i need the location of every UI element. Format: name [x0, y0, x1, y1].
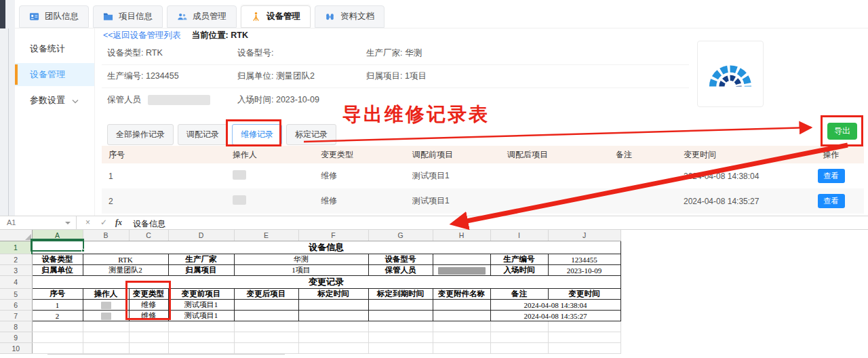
sheet-cell[interactable] [32, 332, 83, 343]
sheet-cell[interactable] [234, 300, 298, 311]
sheet-cell[interactable]: RTK [83, 254, 168, 265]
sheet-cell[interactable] [129, 321, 168, 332]
tab-allocation-records[interactable]: 调配记录 [178, 124, 228, 145]
sheet-cell[interactable]: 2024-04-08 14:38:04 [490, 300, 620, 311]
sheet-cell[interactable]: 变更时间 [548, 289, 620, 300]
sheet-title-device-info[interactable]: 设备信息 [32, 241, 620, 254]
sheet-cell[interactable] [433, 321, 490, 332]
fx-icon[interactable]: fx [115, 218, 122, 228]
sheet-cell[interactable] [368, 332, 433, 343]
sheet-cell[interactable]: 归属项目 [168, 265, 234, 276]
sheet-cell[interactable]: 1项目 [234, 265, 368, 276]
row-header-8[interactable]: 8 [0, 321, 32, 332]
tab-calibration-records[interactable]: 标定记录 [286, 124, 336, 145]
formula-value[interactable]: 设备信息 [133, 218, 165, 230]
sheet-cell[interactable] [548, 332, 620, 343]
sheet-cell[interactable] [298, 343, 368, 354]
col-header-c[interactable]: C [129, 230, 168, 241]
sheet-cell[interactable] [298, 332, 368, 343]
sheet-cell[interactable] [168, 343, 234, 354]
sheet-cell[interactable] [83, 343, 129, 354]
sheet-cell[interactable]: 维修 [129, 311, 168, 321]
cancel-icon[interactable]: × [85, 218, 90, 227]
sheet-cell[interactable] [129, 343, 168, 354]
sidebar-item-device-management[interactable]: 设备管理 [15, 63, 94, 86]
sheet-cell[interactable] [234, 321, 298, 332]
sheet-cell[interactable] [433, 311, 490, 321]
sheet-title-change-records[interactable]: 变更记录 [32, 276, 620, 289]
sheet-cell[interactable] [368, 311, 433, 321]
sheet-cell[interactable]: 1234455 [548, 254, 620, 265]
sheet-cell-redacted[interactable] [83, 300, 129, 311]
sheet-cell[interactable] [234, 343, 298, 354]
sheet-cell[interactable]: 归属单位 [32, 265, 83, 276]
sheet-cell[interactable] [433, 332, 490, 343]
row-header-10[interactable]: 10 [0, 343, 32, 354]
sheet-cell[interactable]: 测试项目1 [168, 311, 234, 321]
sheet-cell[interactable] [298, 311, 368, 321]
sheet-cell[interactable] [83, 321, 129, 332]
sheet-cell[interactable] [433, 254, 490, 265]
col-header-b[interactable]: B [83, 230, 129, 241]
sheet-cell[interactable]: 标定时间 [298, 289, 368, 300]
sheet-cell[interactable]: 1 [32, 300, 83, 311]
sheet-cell[interactable] [490, 321, 548, 332]
sheet-cell-redacted[interactable] [83, 311, 129, 321]
view-button[interactable]: 查看 [818, 194, 845, 208]
sheet-cell[interactable] [368, 321, 433, 332]
sheet-cell[interactable] [168, 321, 234, 332]
sheet-cell[interactable] [548, 321, 620, 332]
sheet-cell[interactable]: 生产厂家 [168, 254, 234, 265]
row-header-3[interactable]: 3 [0, 265, 32, 276]
sheet-cell[interactable]: 保管人员 [368, 265, 433, 276]
row-header-5[interactable]: 5 [0, 289, 32, 300]
col-header-f[interactable]: F [298, 230, 368, 241]
sheet-cell[interactable] [129, 332, 168, 343]
row-header-9[interactable]: 9 [0, 332, 32, 343]
col-header-a[interactable]: A [32, 230, 83, 241]
view-button[interactable]: 查看 [818, 169, 845, 183]
tab-team-info[interactable]: 团队信息 [19, 5, 89, 28]
sheet-cell[interactable] [368, 300, 433, 311]
tab-maintenance-records[interactable]: 维修记录 [232, 124, 282, 145]
sheet-cell[interactable]: 设备类型 [32, 254, 83, 265]
col-header-i[interactable]: I [490, 230, 548, 241]
tab-device-management[interactable]: 设备管理 [241, 5, 311, 28]
sheet-cell[interactable]: 操作人 [83, 289, 129, 300]
row-header-6[interactable]: 6 [0, 300, 32, 311]
sheet-cell[interactable]: 2023-10-09 [548, 265, 620, 276]
sheet-cell[interactable]: 变更后项目 [234, 289, 298, 300]
row-header-4[interactable]: 4 [0, 276, 32, 289]
row-header-7[interactable]: 7 [0, 311, 32, 321]
sheet-cell[interactable] [433, 300, 490, 311]
sheet-cell[interactable] [490, 332, 548, 343]
col-header-j[interactable]: J [548, 230, 620, 241]
sheet-cell[interactable]: 变更前项目 [168, 289, 234, 300]
sheet-cell[interactable] [433, 343, 490, 354]
sheet-cell[interactable] [368, 343, 433, 354]
back-link[interactable]: <<返回设备管理列表 [103, 30, 181, 41]
sheet-cell[interactable] [298, 321, 368, 332]
sheet-cell[interactable]: 变更附件名称 [433, 289, 490, 300]
sheet-cell[interactable]: 2 [32, 311, 83, 321]
sheet-cell[interactable] [298, 300, 368, 311]
col-header-h[interactable]: H [433, 230, 490, 241]
sheet-cell[interactable] [548, 343, 620, 354]
sidebar-item-device-stats[interactable]: 设备统计 [15, 37, 94, 60]
sheet-cell[interactable]: 维修 [129, 300, 168, 311]
sheet-cell[interactable] [32, 321, 83, 332]
sheet-cell[interactable] [32, 343, 83, 354]
tab-project-info[interactable]: 项目信息 [93, 5, 163, 28]
confirm-icon[interactable]: ✓ [100, 218, 107, 227]
sidebar-item-parameter-settings[interactable]: 参数设置 [15, 89, 94, 112]
tab-documents[interactable]: 资料文档 [315, 5, 384, 28]
select-all-corner[interactable] [0, 230, 32, 241]
col-header-e[interactable]: E [234, 230, 298, 241]
sheet-cell[interactable]: 标定到期时间 [368, 289, 433, 300]
cell-name-box[interactable]: A1 [0, 216, 77, 229]
sheet-cell[interactable]: 测试项目1 [168, 300, 234, 311]
tab-all-operation-records[interactable]: 全部操作记录 [107, 124, 174, 145]
sheet-cell[interactable]: 2024-04-08 14:35:27 [490, 311, 620, 321]
sheet-cell[interactable] [83, 332, 129, 343]
sheet-cell[interactable]: 设备型号 [368, 254, 433, 265]
